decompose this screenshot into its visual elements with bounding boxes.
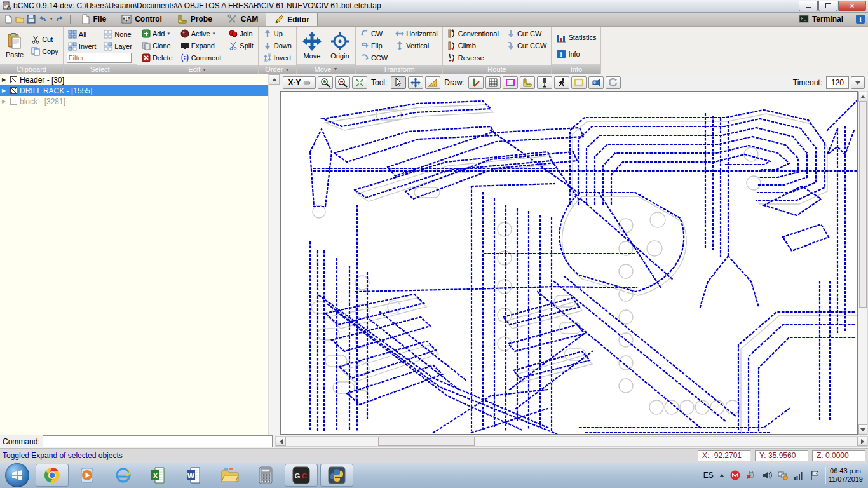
expand-button[interactable]: Expand [179, 40, 223, 51]
draw-axes-button[interactable] [468, 76, 484, 89]
block-list[interactable]: ▶ Header - [30] ▶ DRILL RACK - [1555] ▶ … [0, 74, 268, 435]
taskbar-item-gcode-sender[interactable]: GC [285, 464, 318, 487]
order-down-button[interactable]: Down [262, 40, 293, 51]
help-info-icon[interactable]: i [855, 14, 865, 24]
taskbar-item-word[interactable]: W [178, 464, 211, 487]
scroll-down-button[interactable] [858, 424, 867, 435]
tool-ruler-button[interactable] [425, 76, 440, 89]
route-climb-button[interactable]: Climb [446, 40, 500, 51]
draw-margin-button[interactable] [503, 76, 518, 89]
tree-scrollbar[interactable] [268, 74, 280, 435]
scrollbar-thumb[interactable] [378, 437, 475, 446]
group-label-edit[interactable]: Edit▼ [137, 65, 258, 74]
tree-item-drill-rack[interactable]: ▶ DRILL RACK - [1555] [0, 85, 268, 96]
timeout-value[interactable]: 120 [826, 76, 849, 89]
scroll-up-button[interactable] [269, 74, 280, 85]
cut-button[interactable]: Cut [30, 34, 60, 45]
undo-icon[interactable] [38, 15, 47, 24]
select-layer-button[interactable]: Layer [102, 41, 133, 52]
checkbox-checked-icon[interactable] [10, 76, 17, 83]
close-button[interactable]: × [838, 1, 866, 11]
copy-button[interactable]: Copy [30, 46, 60, 57]
split-button[interactable]: Split [227, 40, 254, 51]
expander-icon[interactable]: ▶ [2, 88, 8, 93]
tab-editor[interactable]: Editor [266, 13, 318, 26]
redo-icon[interactable] [55, 15, 64, 24]
origin-button[interactable]: Origin [328, 31, 352, 60]
start-button[interactable] [5, 463, 29, 487]
view-selector-button[interactable]: X-Y [283, 76, 316, 89]
taskbar-item-calculator[interactable] [249, 464, 282, 487]
taskbar-item-explorer[interactable] [214, 464, 247, 487]
cut-ccw-button[interactable]: Cut CCW [505, 40, 548, 51]
expander-icon[interactable]: ▶ [2, 98, 8, 104]
tab-probe[interactable]: Probe [170, 13, 220, 26]
mirror-horizontal-button[interactable]: Horizontal [394, 28, 439, 39]
checkbox-unchecked-icon[interactable] [10, 98, 17, 105]
group-label-move[interactable]: Move▼ [297, 64, 355, 74]
language-indicator[interactable]: ES [703, 471, 714, 480]
canvas-vertical-scrollbar[interactable] [858, 91, 868, 435]
tree-item-header[interactable]: ▶ Header - [30] [0, 74, 268, 85]
delete-button[interactable]: Delete [140, 52, 174, 64]
draw-moves-button[interactable] [554, 76, 569, 89]
scroll-left-button[interactable] [276, 437, 286, 446]
scrollbar-thumb[interactable] [859, 102, 867, 308]
tool-select-button[interactable] [391, 76, 406, 89]
canvas-horizontal-scrollbar[interactable] [275, 436, 868, 447]
tab-cam[interactable]: CAM [220, 13, 266, 26]
draw-spindle-button[interactable] [606, 76, 621, 89]
taskbar-item-chrome[interactable] [36, 464, 69, 487]
restore-button[interactable] [818, 1, 837, 11]
group-label-order[interactable]: Order▼ [259, 65, 296, 74]
draw-camera-button[interactable] [588, 76, 604, 89]
active-button[interactable]: Active▾ [179, 28, 223, 39]
taskbar-item-media-player[interactable] [71, 464, 104, 487]
network-icon[interactable] [778, 470, 788, 480]
route-reverse-button[interactable]: Reverse [446, 52, 500, 64]
tab-control[interactable]: Control [114, 13, 170, 26]
new-file-icon[interactable] [4, 15, 13, 24]
filter-input[interactable] [67, 53, 132, 63]
add-button[interactable]: Add▾ [140, 28, 174, 39]
tab-file[interactable]: File [72, 13, 114, 26]
undo-dropdown-icon[interactable]: ▾ [50, 17, 53, 22]
join-button[interactable]: Join [227, 28, 254, 39]
show-hidden-icons[interactable] [719, 474, 724, 477]
cut-cw-button[interactable]: Cut CW [505, 28, 548, 39]
comment-button[interactable]: Comment [179, 52, 223, 64]
expander-icon[interactable]: ▶ [2, 77, 8, 83]
flip-button[interactable]: Flip [359, 40, 389, 51]
scroll-right-button[interactable] [857, 437, 867, 446]
order-up-button[interactable]: Up [262, 28, 293, 39]
tree-item-block[interactable]: ▶ block - [3281] [0, 96, 268, 107]
mirror-vertical-button[interactable]: Vertical [394, 40, 439, 51]
zoom-fit-button[interactable] [352, 76, 367, 89]
taskbar-item-internet-explorer[interactable] [107, 464, 140, 487]
draw-probe-button[interactable] [537, 76, 552, 89]
command-input[interactable] [43, 435, 273, 447]
draw-grid-button[interactable] [485, 76, 501, 89]
taskbar-clock[interactable]: 06:43 p.m. 11/07/2019 [825, 467, 863, 484]
safely-remove-icon[interactable] [746, 470, 756, 480]
select-invert-button[interactable]: Invert [67, 41, 98, 52]
order-invert-button[interactable]: Invert [262, 52, 293, 64]
mega-tray-icon[interactable] [730, 470, 740, 480]
tab-terminal[interactable]: Terminal [791, 14, 851, 24]
rotate-ccw-button[interactable]: CCW [359, 52, 389, 64]
draw-workarea-button[interactable] [571, 76, 587, 89]
open-file-icon[interactable] [15, 15, 24, 24]
statistics-button[interactable]: Statistics [555, 32, 597, 43]
draw-ruler-button[interactable] [520, 76, 535, 89]
zoom-out-button[interactable] [335, 76, 350, 89]
zoom-in-button[interactable] [318, 76, 333, 89]
move-button[interactable]: Move [300, 31, 324, 60]
taskbar-item-excel[interactable]: X [142, 464, 175, 487]
volume-icon[interactable] [762, 470, 772, 480]
gcode-canvas[interactable] [280, 91, 858, 435]
save-icon[interactable] [27, 15, 36, 24]
checkbox-checked-icon[interactable] [10, 87, 17, 94]
tool-pan-button[interactable] [408, 76, 423, 89]
minimize-button[interactable] [799, 1, 818, 11]
select-all-button[interactable]: All [67, 29, 98, 40]
